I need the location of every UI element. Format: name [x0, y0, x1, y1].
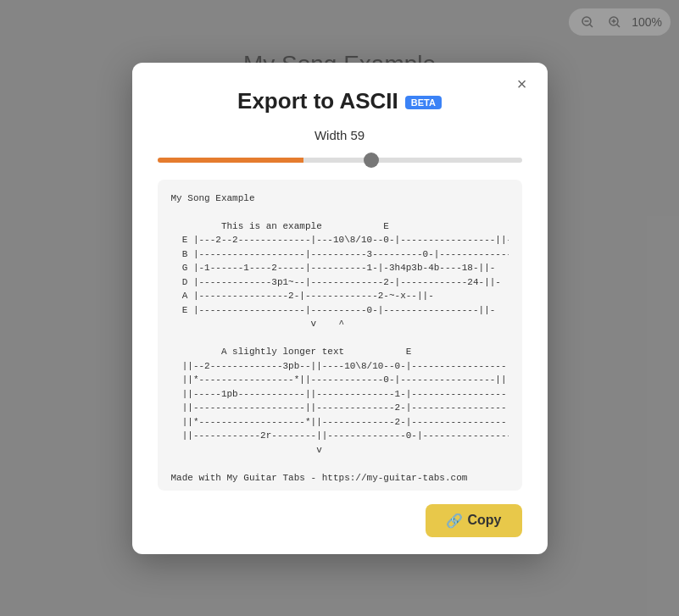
modal-header: Export to ASCIIBETA: [158, 88, 522, 114]
copy-button[interactable]: 🔗 Copy: [426, 504, 522, 537]
export-modal: × Export to ASCIIBETA Width 59 My Song E…: [132, 63, 548, 554]
beta-badge: BETA: [405, 96, 442, 109]
modal-title: Export to ASCII: [237, 88, 398, 114]
modal-footer: 🔗 Copy: [158, 504, 522, 537]
width-slider[interactable]: [158, 158, 522, 163]
link-icon: 🔗: [446, 513, 463, 529]
copy-button-label: Copy: [468, 513, 502, 528]
ascii-content: My Song Example This is an example E E |…: [171, 191, 509, 486]
modal-overlay: × Export to ASCIIBETA Width 59 My Song E…: [0, 0, 679, 616]
width-label: Width 59: [158, 128, 522, 142]
ascii-output-box: My Song Example This is an example E E |…: [158, 180, 522, 491]
modal-close-button[interactable]: ×: [510, 73, 534, 97]
width-slider-container: [158, 151, 522, 166]
